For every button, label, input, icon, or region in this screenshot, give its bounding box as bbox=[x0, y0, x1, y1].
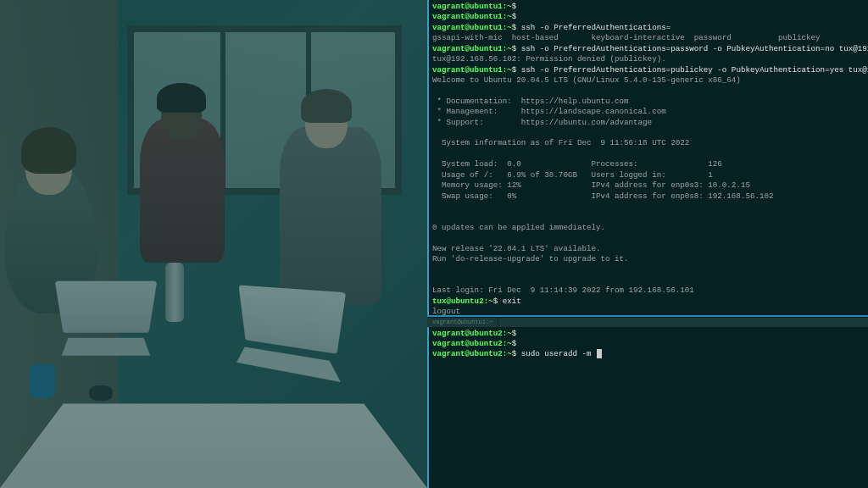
output-line: System load: 0.0 Processes: 126 bbox=[432, 159, 722, 169]
prompt: vagrant@ubuntu1:~ bbox=[432, 65, 512, 75]
terminal-stack: vagrant@ubuntu1:~$ vagrant@ubuntu1:~$ va… bbox=[427, 0, 868, 488]
output-line: Usage of /: 6.9% of 38.70GB Users logged… bbox=[432, 170, 713, 180]
output-line: * Management: https://landscape.canonica… bbox=[432, 107, 666, 116]
prompt: vagrant@ubuntu1:~ bbox=[432, 23, 512, 32]
prompt: vagrant@ubuntu2:~ bbox=[432, 329, 512, 338]
prompt: vagrant@ubuntu1:~ bbox=[432, 12, 512, 21]
output-line: Last login: Fri Dec 9 11:14:39 2022 from… bbox=[432, 286, 694, 295]
cmd-text: $ ssh -o PreferredAuthentications=public… bbox=[512, 65, 868, 75]
output-line: 0 updates can be applied immediately. bbox=[432, 223, 605, 232]
output-line: * Support: https://ubuntu.com/advantage bbox=[432, 118, 652, 127]
background-photo bbox=[0, 0, 427, 488]
cmd-text: $ bbox=[512, 329, 517, 338]
output-line: Memory usage: 12% IPv4 address for enp0s… bbox=[432, 180, 750, 190]
cursor-icon bbox=[597, 349, 602, 358]
output-line: Run 'do-release-upgrade' to upgrade to i… bbox=[432, 254, 629, 263]
tab-bar: vagrant@ubuntu1:~ bbox=[427, 317, 868, 327]
prompt: vagrant@ubuntu1:~ bbox=[432, 2, 512, 11]
prompt: tux@ubuntu2:~ bbox=[432, 297, 493, 306]
cmd-text: $ bbox=[512, 339, 517, 348]
cmd-text: $ exit bbox=[493, 297, 521, 306]
terminal-pane-top[interactable]: vagrant@ubuntu1:~$ vagrant@ubuntu1:~$ va… bbox=[427, 0, 868, 315]
prompt: vagrant@ubuntu1:~ bbox=[432, 44, 512, 53]
cmd-text: $ bbox=[512, 12, 517, 21]
terminal-tab[interactable]: vagrant@ubuntu1:~ bbox=[427, 318, 498, 327]
output-line: tux@192.168.56.102: Permission denied (p… bbox=[432, 54, 666, 64]
output-line: System information as of Fri Dec 9 11:56… bbox=[432, 138, 689, 147]
cmd-text: $ ssh -o PreferredAuthentications=passwo… bbox=[512, 44, 868, 53]
cmd-text: $ sudo useradd -m bbox=[512, 349, 596, 358]
cmd-text: $ ssh -o PreferredAuthentications= bbox=[512, 23, 670, 32]
output-line: logout bbox=[432, 307, 460, 314]
terminal-pane-bottom[interactable]: vagrant@ubuntu2:~$ vagrant@ubuntu2:~$ va… bbox=[427, 327, 868, 488]
prompt: vagrant@ubuntu2:~ bbox=[432, 349, 512, 358]
output-line: Swap usage: 0% IPv4 address for enp0s8: … bbox=[432, 191, 773, 201]
output-line: Welcome to Ubuntu 20.04.5 LTS (GNU/Linux… bbox=[432, 75, 741, 85]
prompt: vagrant@ubuntu2:~ bbox=[432, 339, 512, 348]
root: vagrant@ubuntu1:~$ vagrant@ubuntu1:~$ va… bbox=[0, 0, 868, 488]
output-line: New release '22.04.1 LTS' available. bbox=[432, 244, 600, 253]
cmd-text: $ bbox=[512, 2, 517, 11]
completion-list: gssapi-with-mic host-based keyboard-inte… bbox=[432, 33, 821, 42]
output-line: * Documentation: https://help.ubuntu.com bbox=[432, 97, 629, 106]
